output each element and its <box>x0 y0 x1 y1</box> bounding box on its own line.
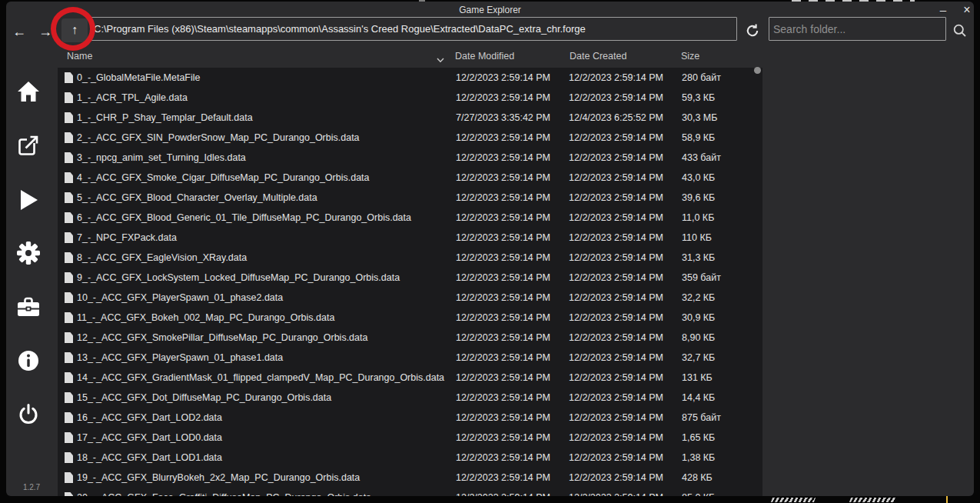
file-date-created: 12/2/2023 2:59:14 PM <box>569 128 663 148</box>
sidebar-item-settings[interactable] <box>13 239 44 270</box>
file-date-created: 12/2/2023 2:59:14 PM <box>569 408 663 428</box>
file-date-modified: 12/2/2023 2:59:14 PM <box>456 148 550 168</box>
up-button[interactable]: ↑ <box>61 18 88 42</box>
column-header-date-modified[interactable]: Date Modified <box>455 51 514 62</box>
close-button[interactable]: × <box>958 3 974 17</box>
file-name: 1_-_ACR_TPL_Agile.data <box>77 88 188 108</box>
table-row[interactable]: 5_-_ACC_GFX_Blood_Character_Overlay_Mult… <box>58 188 762 208</box>
sort-chevron-down-icon[interactable] <box>437 55 444 65</box>
column-header-name[interactable]: Name <box>67 51 92 62</box>
table-row[interactable]: 20_-_ACC_GFX_Face_Graffiti_DiffuseMap_PC… <box>58 488 762 496</box>
file-date-modified: 12/2/2023 2:59:14 PM <box>456 348 550 368</box>
file-icon <box>65 132 73 143</box>
sidebar-item-toolbox[interactable] <box>13 293 44 324</box>
forward-button[interactable]: → <box>35 22 55 42</box>
file-size: 14,4 КБ <box>682 388 715 408</box>
table-row[interactable]: 15_-_ACC_GFX_Dot_DiffuseMap_PC_Durango_O… <box>58 388 762 408</box>
refresh-icon[interactable] <box>744 22 761 39</box>
file-name: 15_-_ACC_GFX_Dot_DiffuseMap_PC_Durango_O… <box>77 388 331 408</box>
column-header-date-created[interactable]: Date Created <box>570 51 626 62</box>
file-name: 1_-_CHR_P_Shay_Templar_Default.data <box>77 108 253 128</box>
sidebar-item-info[interactable] <box>13 347 44 378</box>
table-row[interactable]: 13_-_ACC_GFX_PlayerSpawn_01_phase1.data … <box>58 348 762 368</box>
table-row[interactable]: 17_-_ACC_GFX_Dart_LOD0.data 12/2/2023 2:… <box>58 428 762 448</box>
scrollbar-thumb[interactable] <box>754 67 761 74</box>
file-date-created: 12/2/2023 2:59:14 PM <box>569 348 663 368</box>
table-row[interactable]: 9_-_ACC_GFX_LockSystem_Locked_DiffuseMap… <box>58 268 762 288</box>
table-row[interactable]: 0_-_GlobalMetaFile.MetaFile 12/2/2023 2:… <box>58 68 762 88</box>
file-size: 280 байт <box>682 68 721 88</box>
file-icon <box>65 252 73 263</box>
open-external-icon <box>15 132 42 162</box>
table-row[interactable]: 3_-_npcg_anim_set_Turning_Idles.data 12/… <box>58 148 762 168</box>
search-input[interactable] <box>769 17 946 41</box>
file-date-modified: 12/2/2023 2:59:14 PM <box>456 168 550 188</box>
file-name: 2_-_ACC_GFX_SIN_PowderSnow_Map_PC_Durang… <box>77 128 360 148</box>
file-icon <box>65 272 73 283</box>
file-date-created: 12/2/2023 2:59:14 PM <box>569 268 663 288</box>
search-icon[interactable] <box>952 23 968 38</box>
table-row[interactable]: 14_-_ACC_GFX_GradientMask_01_flipped_cla… <box>58 368 762 388</box>
table-row[interactable]: 12_-_ACC_GFX_SmokePillar_DiffuseMap_PC_D… <box>58 328 762 348</box>
file-date-modified: 12/2/2023 2:59:14 PM <box>456 248 550 268</box>
briefcase-icon <box>15 295 42 322</box>
sidebar-item-play[interactable] <box>13 186 44 217</box>
table-row[interactable]: 11_-_ACC_GFX_Bokeh_002_Map_PC_Durango_Or… <box>58 308 762 328</box>
file-date-created: 12/2/2023 2:59:14 PM <box>569 388 663 408</box>
file-date-created: 12/2/2023 2:59:14 PM <box>569 448 663 468</box>
file-name: 9_-_ACC_GFX_LockSystem_Locked_DiffuseMap… <box>77 268 400 288</box>
file-size: 39,6 КБ <box>682 188 715 208</box>
gear-icon <box>15 240 42 269</box>
table-row[interactable]: 2_-_ACC_GFX_SIN_PowderSnow_Map_PC_Durang… <box>58 128 762 148</box>
file-icon <box>65 312 73 323</box>
table-row[interactable]: 7_-_NPC_FXPack.data 12/2/2023 2:59:14 PM… <box>58 228 762 248</box>
file-size: 110 КБ <box>682 228 712 248</box>
file-date-created: 12/2/2023 2:59:14 PM <box>569 488 663 496</box>
file-date-modified: 12/2/2023 2:59:14 PM <box>456 468 550 488</box>
sidebar-item-open-external[interactable] <box>13 132 44 162</box>
file-date-modified: 12/2/2023 2:59:14 PM <box>456 288 550 308</box>
file-icon <box>65 172 73 183</box>
table-row[interactable]: 1_-_ACR_TPL_Agile.data 12/2/2023 2:59:14… <box>58 88 762 108</box>
table-row[interactable]: 8_-_ACC_GFX_EagleVision_XRay.data 12/2/2… <box>58 248 762 268</box>
title-bar: Game Explorer – × <box>6 2 974 18</box>
minimize-button[interactable]: – <box>935 3 952 17</box>
table-row[interactable]: 16_-_ACC_GFX_Dart_LOD2.data 12/2/2023 2:… <box>58 408 762 428</box>
file-size: 11,0 КБ <box>682 208 714 228</box>
file-date-modified: 12/2/2023 2:59:14 PM <box>456 88 550 108</box>
file-icon <box>65 212 73 223</box>
file-date-modified: 12/2/2023 2:59:14 PM <box>456 68 550 88</box>
file-icon <box>65 352 73 363</box>
table-row[interactable]: 18_-_ACC_GFX_Dart_LOD1.data 12/2/2023 2:… <box>58 448 762 468</box>
file-date-modified: 12/2/2023 2:59:14 PM <box>456 428 550 448</box>
sidebar-item-power[interactable] <box>13 401 44 431</box>
table-row[interactable]: 4_-_ACC_GFX_Smoke_Cigar_DiffuseMap_PC_Du… <box>58 168 762 188</box>
file-name: 10_-_ACC_GFX_PlayerSpawn_01_phase2.data <box>77 288 283 308</box>
file-size: 85,0 КБ <box>682 488 715 496</box>
file-size: 32,2 КБ <box>682 288 715 308</box>
table-row[interactable]: 10_-_ACC_GFX_PlayerSpawn_01_phase2.data … <box>58 288 762 308</box>
back-button[interactable]: ← <box>9 22 29 42</box>
desktop-background: Game Explorer – × ← → ↑ Name <box>0 0 980 503</box>
app-window: Game Explorer – × ← → ↑ Name <box>6 2 974 496</box>
table-row[interactable]: 1_-_CHR_P_Shay_Templar_Default.data 7/27… <box>58 108 762 128</box>
table-row[interactable]: 6_-_ACC_GFX_Blood_Generic_01_Tile_Diffus… <box>58 208 762 228</box>
file-date-created: 12/2/2023 2:59:14 PM <box>569 228 663 248</box>
file-size: 8,90 КБ <box>682 328 715 348</box>
table-row[interactable]: 19_-_ACC_GFX_BlurryBokeh_2x2_Map_PC_Dura… <box>58 468 762 488</box>
address-bar-input[interactable] <box>90 17 737 41</box>
file-date-created: 12/2/2023 2:59:14 PM <box>569 308 663 328</box>
file-date-created: 12/2/2023 2:59:14 PM <box>569 368 663 388</box>
file-size: 433 байт <box>682 148 721 168</box>
file-icon <box>65 332 73 343</box>
desktop-background-artifact <box>849 498 895 502</box>
file-name: 5_-_ACC_GFX_Blood_Character_Overlay_Mult… <box>77 188 317 208</box>
column-header-size[interactable]: Size <box>681 51 699 62</box>
home-icon <box>16 80 41 106</box>
app-version: 1.2.7 <box>6 483 57 491</box>
sidebar-item-home[interactable] <box>13 78 44 108</box>
file-size: 58,9 КБ <box>682 128 715 148</box>
file-date-modified: 12/2/2023 2:59:14 PM <box>456 208 550 228</box>
file-date-modified: 12/2/2023 2:59:14 PM <box>456 128 550 148</box>
file-date-modified: 12/2/2023 2:59:14 PM <box>456 228 550 248</box>
